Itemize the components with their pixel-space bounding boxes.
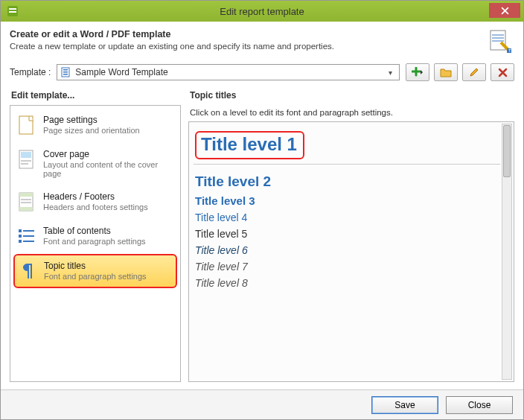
edit-template-button[interactable] <box>462 63 486 81</box>
left-panel: Edit template... Page settings Page size… <box>10 89 181 382</box>
svg-rect-12 <box>21 152 31 158</box>
title-level-1[interactable]: Title level 1 <box>195 131 304 159</box>
open-template-button[interactable] <box>434 63 458 81</box>
title-level-5[interactable]: Title level 5 <box>195 228 499 240</box>
svg-rect-7 <box>63 69 68 71</box>
svg-rect-22 <box>19 235 22 238</box>
template-dropdown[interactable]: Sample Word Template ▾ <box>57 64 400 80</box>
title-level-2[interactable]: Title level 2 <box>195 174 499 190</box>
template-selected-value: Sample Word Template <box>75 67 384 77</box>
svg-rect-14 <box>21 163 28 165</box>
category-sub: Headers and footers settings <box>43 203 148 211</box>
svg-rect-18 <box>21 199 31 200</box>
left-panel-title: Edit template... <box>11 90 181 101</box>
save-button[interactable]: Save <box>371 396 438 414</box>
category-page-settings[interactable]: Page settings Page sizes and orientation <box>13 109 177 141</box>
template-row: Template : Sample Word Template ▾ <box>1 59 523 89</box>
svg-rect-3 <box>491 31 505 50</box>
svg-rect-8 <box>63 71 68 73</box>
category-sub: Page sizes and orientation <box>43 126 140 135</box>
page-icon <box>18 115 36 136</box>
svg-rect-9 <box>63 74 68 75</box>
svg-rect-25 <box>23 241 34 242</box>
category-title: Headers / Footers <box>43 191 148 202</box>
cover-icon <box>18 149 36 170</box>
category-title: Page settings <box>43 115 140 125</box>
right-panel: Topic titles Click on a level to edit it… <box>188 89 514 382</box>
folder-icon <box>440 67 452 77</box>
title-level-4[interactable]: Title level 4 <box>195 211 499 223</box>
category-headers-footers[interactable]: Headers / Footers Headers and footers se… <box>13 185 177 218</box>
svg-rect-13 <box>21 160 31 162</box>
categories-list: Page settings Page sizes and orientation… <box>10 105 181 382</box>
window-title: Edit report template <box>1 6 523 17</box>
divider <box>194 164 500 165</box>
delete-icon <box>498 68 508 77</box>
add-template-button[interactable] <box>406 63 429 81</box>
header-subtitle: Create a new template or update an exist… <box>10 42 334 51</box>
title-level-8[interactable]: Title level 8 <box>195 277 499 289</box>
svg-rect-19 <box>21 202 31 203</box>
plus-icon <box>412 67 424 77</box>
header-region: Create or edit a Word / PDF template Cre… <box>1 22 523 59</box>
svg-rect-16 <box>19 193 33 197</box>
dialog-body: Edit template... Page settings Page size… <box>1 89 523 388</box>
svg-rect-21 <box>23 230 34 232</box>
pencil-icon <box>469 67 479 77</box>
category-sub: Font and paragraph settings <box>44 272 147 281</box>
titlebar: Edit report template <box>1 1 523 22</box>
header-title: Create or edit a Word / PDF template <box>10 29 334 39</box>
close-button[interactable]: Close <box>446 396 513 414</box>
dialog-window: Edit report template Create or edit a Wo… <box>0 0 524 420</box>
category-cover-page[interactable]: Cover page Layout and content of the cov… <box>13 143 177 184</box>
pilcrow-icon <box>19 261 36 281</box>
title-level-3[interactable]: Title level 3 <box>195 194 499 207</box>
svg-text:T: T <box>508 48 511 53</box>
template-label: Template : <box>10 67 51 77</box>
close-window-button[interactable] <box>489 3 520 18</box>
category-title: Topic titles <box>44 261 147 271</box>
title-level-6[interactable]: Title level 6 <box>195 244 499 256</box>
title-level-7[interactable]: Title level 7 <box>195 261 499 273</box>
title-levels-box: Title level 1 Title level 2 Title level … <box>188 121 514 382</box>
chevron-down-icon: ▾ <box>384 69 396 77</box>
template-toolbar <box>406 63 514 81</box>
delete-template-button[interactable] <box>491 63 514 81</box>
right-panel-title: Topic titles <box>190 90 514 101</box>
word-doc-icon <box>60 66 72 78</box>
right-panel-hint: Click on a level to edit its font and pa… <box>190 108 514 117</box>
category-sub: Font and paragraph settings <box>43 237 146 246</box>
close-icon <box>501 7 509 15</box>
category-topic-titles[interactable]: Topic titles Font and paragraph settings <box>13 254 177 288</box>
svg-rect-24 <box>19 240 22 243</box>
svg-rect-17 <box>19 207 33 211</box>
header-footer-icon <box>18 191 36 212</box>
scrollbar[interactable] <box>502 124 512 380</box>
scrollbar-thumb[interactable] <box>503 125 511 177</box>
dialog-footer: Save Close <box>1 389 523 419</box>
category-sub: Layout and content of the cover page <box>43 160 173 178</box>
svg-rect-20 <box>19 229 22 232</box>
template-doc-icon: T <box>488 29 511 53</box>
header-text: Create or edit a Word / PDF template Cre… <box>10 29 334 51</box>
category-title: Table of contents <box>43 226 146 236</box>
svg-rect-23 <box>23 235 34 237</box>
category-title: Cover page <box>43 149 173 159</box>
category-toc[interactable]: Table of contents Font and paragraph set… <box>13 220 177 252</box>
toc-icon <box>18 226 36 246</box>
